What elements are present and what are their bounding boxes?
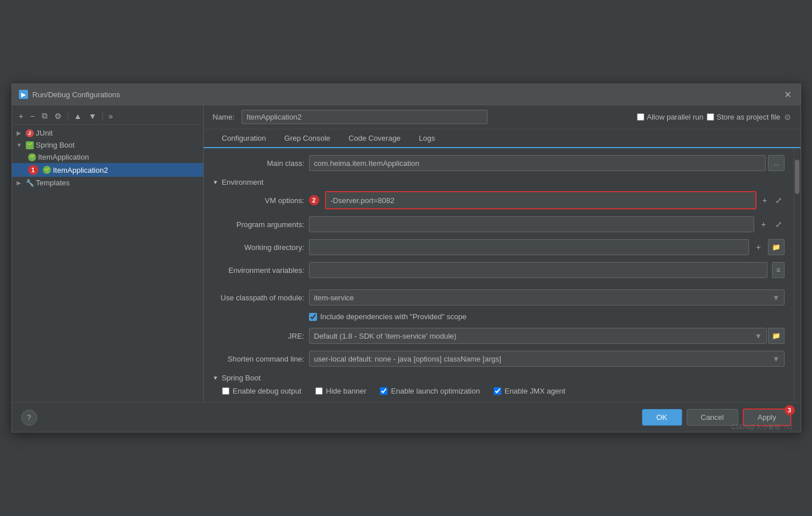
spring-boot-section-label: Spring Boot (221, 374, 260, 382)
hide-banner-checkbox[interactable] (315, 387, 323, 395)
config-tree: ▶ J JUnit ▼ 🌱 Spring Boot 🌱 ItemApplicat… (12, 125, 203, 191)
config-content: Main class: ... ▼ Environment (204, 148, 794, 402)
settings-gear-icon[interactable]: ⚙ (784, 113, 791, 122)
env-vars-edit-button[interactable]: ≡ (772, 262, 784, 278)
shorten-cmd-row: Shorten command line: user-local default… (213, 351, 785, 367)
store-as-project-option: Store as project file (707, 113, 780, 121)
item-app2-label: ItemApplication2 (53, 166, 108, 174)
close-button[interactable]: ✕ (782, 89, 794, 100)
templates-label: Templates (36, 178, 70, 187)
tab-code-coverage[interactable]: Code Coverage (339, 129, 410, 148)
main-class-row: Main class: ... (213, 155, 785, 171)
working-dir-browse-button[interactable]: 📁 (768, 239, 785, 255)
spring-boot-chevron-icon[interactable]: ▼ (213, 375, 219, 381)
classpath-select[interactable]: item-service (309, 289, 785, 305)
dialog-icon: ▶ (19, 90, 28, 99)
tab-logs[interactable]: Logs (410, 129, 444, 148)
spring-boot-label: Spring Boot (36, 141, 75, 149)
spring-boot-icon: 🌱 (26, 141, 34, 149)
scrollbar-thumb[interactable] (795, 160, 799, 194)
badge-1: 1 (28, 165, 38, 175)
program-args-input[interactable] (309, 216, 755, 232)
right-panel: Name: Allow parallel run Store as projec… (204, 105, 801, 402)
config-header: Name: Allow parallel run Store as projec… (204, 105, 801, 129)
name-input[interactable] (241, 110, 488, 124)
remove-config-button[interactable]: − (28, 110, 37, 122)
store-project-checkbox[interactable] (707, 113, 714, 121)
enable-debug-option: Enable debug output (222, 387, 302, 395)
main-class-label: Main class: (213, 159, 304, 168)
main-class-browse-button[interactable]: ... (768, 155, 784, 171)
copy-config-button[interactable]: ⧉ (39, 110, 50, 122)
move-up-button[interactable]: ▲ (72, 110, 84, 122)
tree-toolbar: + − ⧉ ⚙ ▲ ▼ » (12, 108, 203, 125)
program-args-expand-button[interactable]: ⤢ (773, 219, 785, 230)
vm-options-input[interactable] (325, 191, 757, 209)
enable-debug-checkbox[interactable] (222, 387, 229, 395)
program-args-add-button[interactable]: + (759, 219, 768, 230)
enable-launch-label: Enable launch optimization (391, 387, 480, 395)
tree-item-spring-boot[interactable]: ▼ 🌱 Spring Boot (12, 139, 203, 151)
cancel-button[interactable]: Cancel (687, 409, 738, 426)
classpath-dropdown-wrapper: item-service ▼ (309, 289, 785, 305)
environment-label: Environment (221, 178, 263, 186)
working-dir-add-button[interactable]: + (754, 241, 763, 253)
jre-dropdown: Default (1.8 - SDK of 'item-service' mod… (309, 328, 785, 344)
tree-item-templates[interactable]: ▶ 🔧 Templates (12, 177, 203, 189)
scrollbar[interactable] (794, 148, 801, 402)
environment-section-header: ▼ Environment (213, 178, 785, 186)
enable-jmx-label: Enable JMX agent (505, 387, 565, 395)
tab-configuration[interactable]: Configuration (213, 129, 275, 148)
bottom-bar: ? OK Cancel Apply 3 (12, 402, 801, 432)
tree-item-item-application[interactable]: 🌱 ItemApplication (12, 151, 203, 163)
chevron-right-icon2: ▶ (17, 180, 23, 186)
name-label: Name: (213, 113, 235, 121)
badge-2: 2 (309, 195, 319, 205)
vm-add-button[interactable]: + (760, 195, 769, 206)
env-vars-label: Environment variables: (213, 266, 304, 275)
left-panel: + − ⧉ ⚙ ▲ ▼ » ▶ J JUnit (12, 105, 204, 402)
help-button[interactable]: ? (21, 410, 37, 426)
more-button[interactable]: » (106, 110, 116, 122)
vm-expand-button[interactable]: ⤢ (773, 195, 785, 206)
move-down-button[interactable]: ▼ (86, 110, 99, 122)
allow-parallel-checkbox[interactable] (637, 113, 644, 121)
main-class-input[interactable] (309, 155, 766, 171)
enable-launch-checkbox[interactable] (380, 387, 387, 395)
classpath-row: Use classpath of module: item-service ▼ (213, 289, 785, 305)
tree-item-item-application2[interactable]: 1 🌱 ItemApplication2 (12, 163, 203, 177)
config-tabs: Configuration Grep Console Code Coverage… (204, 129, 801, 148)
vm-options-row: VM options: 2 + ⤢ (213, 191, 785, 209)
jre-browse-button[interactable]: 📁 (768, 328, 785, 344)
settings-config-button[interactable]: ⚙ (52, 110, 64, 122)
working-dir-input[interactable] (309, 239, 750, 255)
tab-grep-console[interactable]: Grep Console (275, 129, 339, 148)
tree-item-junit[interactable]: ▶ J JUnit (12, 127, 203, 139)
enable-jmx-checkbox[interactable] (494, 387, 501, 395)
ok-button[interactable]: OK (642, 409, 682, 426)
junit-icon: J (26, 129, 34, 137)
badge-3: 3 (785, 405, 795, 415)
shorten-cmd-label: Shorten command line: (213, 355, 304, 363)
spring-boot-section: ▼ Spring Boot Enable debug output Hide b… (213, 374, 785, 395)
junit-label: JUnit (36, 129, 53, 137)
spring-boot-options: Enable debug output Hide banner Enable l… (213, 387, 785, 395)
shorten-cmd-select[interactable]: user-local default: none - java [options… (309, 351, 785, 367)
templates-icon: 🔧 (26, 179, 34, 187)
main-class-field: ... (309, 155, 785, 171)
jre-select[interactable]: Default (1.8 - SDK of 'item-service' mod… (309, 328, 767, 344)
dialog-body: + − ⧉ ⚙ ▲ ▼ » ▶ J JUnit (12, 105, 801, 402)
jre-label: JRE: (213, 332, 304, 340)
include-deps-checkbox[interactable] (309, 313, 317, 321)
chevron-down-icon: ▼ (17, 142, 23, 148)
shorten-cmd-wrapper: user-local default: none - java [options… (309, 351, 785, 367)
enable-debug-label: Enable debug output (233, 387, 302, 395)
env-vars-row: Environment variables: ≡ (213, 262, 785, 278)
store-project-label: Store as project file (716, 113, 780, 121)
item-app2-icon: 🌱 (43, 166, 51, 174)
environment-chevron-icon[interactable]: ▼ (213, 179, 219, 185)
add-config-button[interactable]: + (17, 110, 26, 122)
env-vars-input[interactable] (309, 262, 768, 278)
toolbar-separator (68, 112, 68, 121)
dialog-title: Run/Debug Configurations (33, 90, 120, 99)
